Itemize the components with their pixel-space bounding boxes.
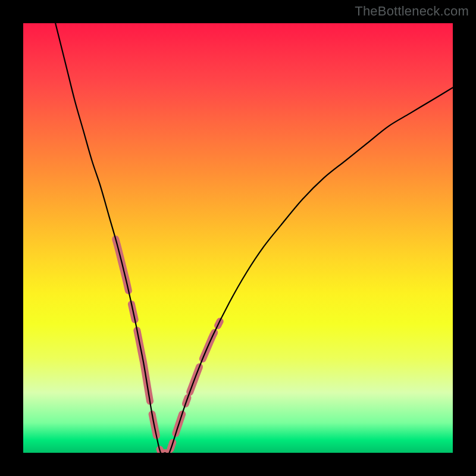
bottleneck-curve xyxy=(55,23,453,453)
curve-svg xyxy=(23,23,453,453)
highlight-dots xyxy=(115,239,220,453)
watermark-text: TheBottleneck.com xyxy=(355,4,469,19)
plot-area xyxy=(23,23,453,453)
chart-frame: TheBottleneck.com xyxy=(0,0,476,476)
